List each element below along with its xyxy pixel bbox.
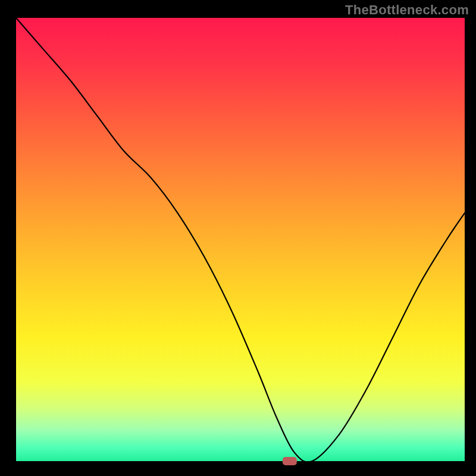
chart-svg <box>0 0 476 476</box>
optimal-marker <box>283 457 297 465</box>
chart-frame: TheBottleneck.com <box>0 0 476 476</box>
attribution-text: TheBottleneck.com <box>345 2 469 18</box>
plot-background <box>16 18 465 461</box>
